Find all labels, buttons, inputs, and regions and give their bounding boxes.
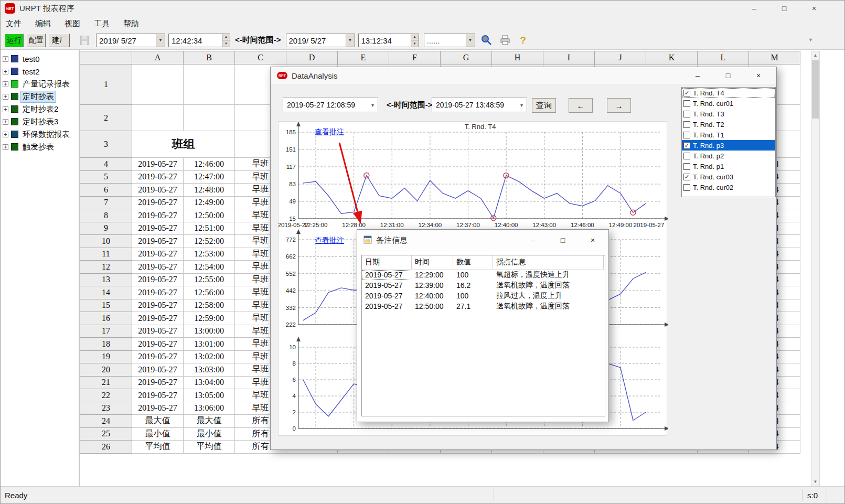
config-button[interactable]: 配置 [27, 34, 46, 47]
row-header-21[interactable]: 21 [80, 377, 132, 390]
menu-item-4[interactable]: 帮助 [123, 19, 139, 29]
cell-A25[interactable]: 最小值 [132, 428, 184, 441]
remark-row[interactable]: 2019-05-2712:29:00100氧超标，温度快速上升 [362, 270, 605, 280]
cell-A18[interactable]: 2019-05-27 [132, 338, 184, 351]
series-item-5[interactable]: ✓T. Rnd. p3 [682, 140, 775, 151]
search-icon[interactable] [480, 34, 493, 47]
series-checkbox[interactable] [683, 132, 690, 138]
column-header-M[interactable]: M [749, 51, 800, 65]
row-header-22[interactable]: 22 [80, 389, 132, 402]
remark-cell[interactable]: 送氧机故障，温度回落 [493, 301, 604, 312]
cell-B24[interactable]: 最大值 [184, 415, 235, 428]
series-item-6[interactable]: T. Rnd. p2 [682, 151, 775, 161]
cell-B10[interactable]: 12:52:00 [184, 235, 235, 248]
sidebar-item-2[interactable]: +产量记录报表 [1, 78, 79, 90]
series-checkbox[interactable] [683, 163, 690, 170]
row-header-23[interactable]: 23 [80, 402, 132, 415]
cell-A4[interactable]: 2019-05-27 [132, 158, 184, 171]
cell-B1[interactable] [184, 65, 235, 105]
maximize-button[interactable]: □ [723, 71, 733, 80]
expand-icon[interactable]: + [3, 56, 8, 62]
column-header-K[interactable]: K [646, 51, 698, 65]
cell-A7[interactable]: 2019-05-27 [132, 197, 184, 210]
cell-A15[interactable]: 2019-05-27 [132, 299, 184, 313]
cell-B15[interactable]: 12:58:00 [184, 299, 235, 313]
remark-cell[interactable]: 2019-05-27 [362, 291, 412, 301]
start-date-picker[interactable]: 2019/ 5/27 ▼ [96, 34, 165, 47]
series-checkbox[interactable] [683, 100, 690, 107]
remark-row[interactable]: 2019-05-2712:39:0016.2送氧机故障，温度回落 [362, 280, 605, 291]
series-checkbox[interactable]: ✓ [683, 174, 690, 180]
cell-A21[interactable]: 2019-05-27 [132, 377, 184, 390]
cell-B19[interactable]: 13:02:00 [184, 351, 235, 364]
cell-B21[interactable]: 13:04:00 [184, 377, 235, 390]
remark-cell[interactable]: 100 [453, 291, 493, 301]
cell-B14[interactable]: 12:56:00 [184, 286, 235, 299]
cell-B9[interactable]: 12:51:00 [184, 222, 235, 235]
remark-cell[interactable]: 16.2 [453, 280, 493, 291]
remark-cell[interactable]: 送氧机故障，温度回落 [493, 280, 604, 291]
cell-B5[interactable]: 12:47:00 [184, 171, 235, 184]
cell-B18[interactable]: 13:01:00 [184, 338, 235, 351]
vertical-scrollbar[interactable]: ▲ ▼ [811, 51, 820, 486]
menu-item-1[interactable]: 编辑 [35, 19, 51, 29]
row-header-2[interactable]: 2 [80, 105, 132, 131]
row-header-18[interactable]: 18 [80, 338, 132, 351]
cell-B16[interactable]: 12:59:00 [184, 312, 235, 325]
close-button[interactable]: × [753, 71, 764, 80]
cell-B4[interactable]: 12:46:00 [184, 158, 235, 171]
cell-A9[interactable]: 2019-05-27 [132, 222, 184, 235]
remark-cell[interactable]: 12:40:00 [412, 291, 453, 301]
row-header-8[interactable]: 8 [80, 209, 132, 222]
sidebar-item-0[interactable]: +test0 [1, 52, 79, 65]
series-checkbox[interactable]: ✓ [683, 142, 690, 149]
column-header-J[interactable]: J [595, 51, 646, 65]
row-header-19[interactable]: 19 [80, 351, 132, 364]
remark-cell[interactable]: 氧超标，温度快速上升 [493, 270, 604, 280]
chevron-down-icon[interactable]: ▾ [517, 102, 523, 108]
menu-item-0[interactable]: 文件 [6, 19, 22, 29]
row-header-13[interactable]: 13 [80, 274, 132, 287]
cell-A17[interactable]: 2019-05-27 [132, 325, 184, 338]
minimize-button[interactable]: – [749, 4, 760, 13]
scroll-up-icon[interactable]: ▲ [811, 51, 819, 59]
spin-up-icon[interactable]: ▲ [411, 34, 419, 41]
minimize-button[interactable]: – [528, 236, 538, 244]
dialog-title-bar[interactable]: RPT DataAnalysis – □ × [271, 67, 776, 84]
row-header-3[interactable]: 3 [80, 131, 132, 158]
cell-A10[interactable]: 2019-05-27 [132, 235, 184, 248]
series-item-9[interactable]: T. Rnd. cur02 [682, 182, 775, 192]
row-header-1[interactable]: 1 [80, 65, 132, 105]
cell-B23[interactable]: 13:06:00 [184, 402, 235, 415]
spin-up-icon[interactable]: ▲ [222, 34, 230, 41]
series-item-3[interactable]: T. Rnd. T2 [682, 119, 775, 130]
row-header-15[interactable]: 15 [80, 299, 132, 313]
cell-A11[interactable]: 2019-05-27 [132, 248, 184, 261]
cell-B8[interactable]: 12:50:00 [184, 209, 235, 222]
series-checkbox[interactable] [683, 111, 690, 117]
column-header-E[interactable]: E [338, 51, 389, 65]
row-header-25[interactable]: 25 [80, 428, 132, 441]
cell-A24[interactable]: 最大值 [132, 415, 184, 428]
row-header-12[interactable]: 12 [80, 261, 132, 274]
cell-A13[interactable]: 2019-05-27 [132, 274, 184, 287]
column-header-F[interactable]: F [389, 51, 441, 65]
remark-cell[interactable]: 12:29:00 [412, 270, 453, 280]
cell-A26[interactable]: 平均值 [132, 441, 184, 454]
dropdown-arrow-icon[interactable]: ▼ [466, 34, 475, 47]
series-checkbox[interactable] [683, 184, 690, 191]
sidebar-item-7[interactable]: +触发抄表 [1, 141, 79, 153]
cell-group-header[interactable]: 班组 [132, 131, 235, 158]
spin-down-icon[interactable]: ▼ [411, 40, 419, 47]
expand-icon[interactable]: + [3, 144, 8, 150]
expand-icon[interactable]: + [3, 106, 8, 112]
series-checkbox[interactable] [683, 153, 690, 159]
cell-A6[interactable]: 2019-05-27 [132, 184, 184, 197]
cell-B11[interactable]: 12:53:00 [184, 248, 235, 261]
series-checkbox[interactable] [683, 121, 690, 128]
series-item-0[interactable]: ✓T. Rnd. T4 [682, 88, 775, 98]
row-header-4[interactable]: 4 [80, 158, 132, 171]
end-date-picker[interactable]: 2019/ 5/27 ▼ [286, 34, 355, 47]
cell-B6[interactable]: 12:48:00 [184, 184, 235, 197]
column-header-A[interactable]: A [132, 51, 184, 65]
